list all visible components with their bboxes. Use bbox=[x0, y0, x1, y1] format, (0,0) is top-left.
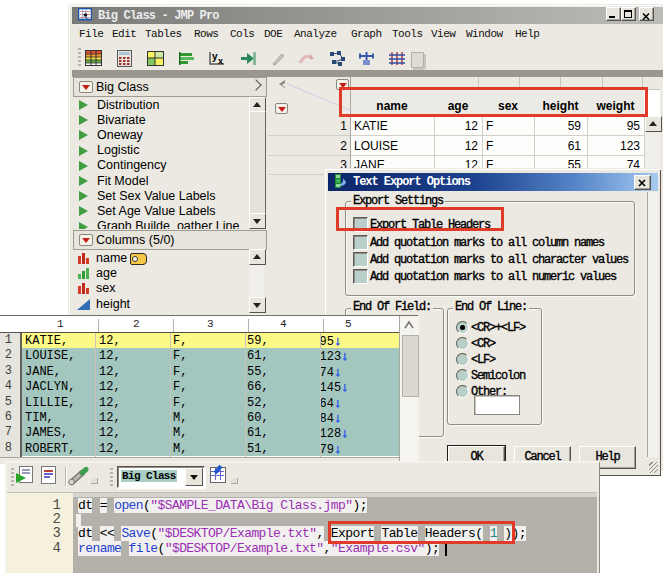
svg-text:x: x bbox=[218, 56, 223, 66]
